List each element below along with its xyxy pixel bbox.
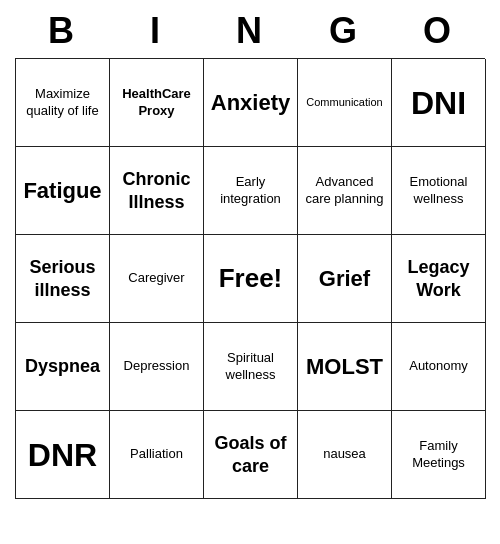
cell-1-2: Early integration <box>204 147 298 235</box>
cell-4-0: DNR <box>16 411 110 499</box>
cell-2-3: Grief <box>298 235 392 323</box>
cell-2-2: Free! <box>204 235 298 323</box>
cell-0-1: HealthCare Proxy <box>110 59 204 147</box>
cell-0-0: Maximize quality of life <box>16 59 110 147</box>
cell-4-4: Family Meetings <box>392 411 486 499</box>
cell-0-3: Communication <box>298 59 392 147</box>
bingo-title: B I N G O <box>15 0 485 58</box>
cell-3-0: Dyspnea <box>16 323 110 411</box>
cell-4-1: Palliation <box>110 411 204 499</box>
cell-1-1: Chronic Illness <box>110 147 204 235</box>
cell-2-4: Legacy Work <box>392 235 486 323</box>
cell-1-0: Fatigue <box>16 147 110 235</box>
cell-2-1: Caregiver <box>110 235 204 323</box>
cell-0-2: Anxiety <box>204 59 298 147</box>
bingo-grid: Maximize quality of life HealthCare Prox… <box>15 58 485 499</box>
cell-1-3: Advanced care planning <box>298 147 392 235</box>
title-o: O <box>391 10 485 52</box>
cell-1-4: Emotional wellness <box>392 147 486 235</box>
cell-4-3: nausea <box>298 411 392 499</box>
cell-0-4: DNI <box>392 59 486 147</box>
cell-2-0: Serious illness <box>16 235 110 323</box>
cell-4-2: Goals of care <box>204 411 298 499</box>
cell-3-2: Spiritual wellness <box>204 323 298 411</box>
cell-3-1: Depression <box>110 323 204 411</box>
title-i: I <box>109 10 203 52</box>
title-n: N <box>203 10 297 52</box>
cell-3-4: Autonomy <box>392 323 486 411</box>
title-b: B <box>15 10 109 52</box>
cell-3-3: MOLST <box>298 323 392 411</box>
title-g: G <box>297 10 391 52</box>
